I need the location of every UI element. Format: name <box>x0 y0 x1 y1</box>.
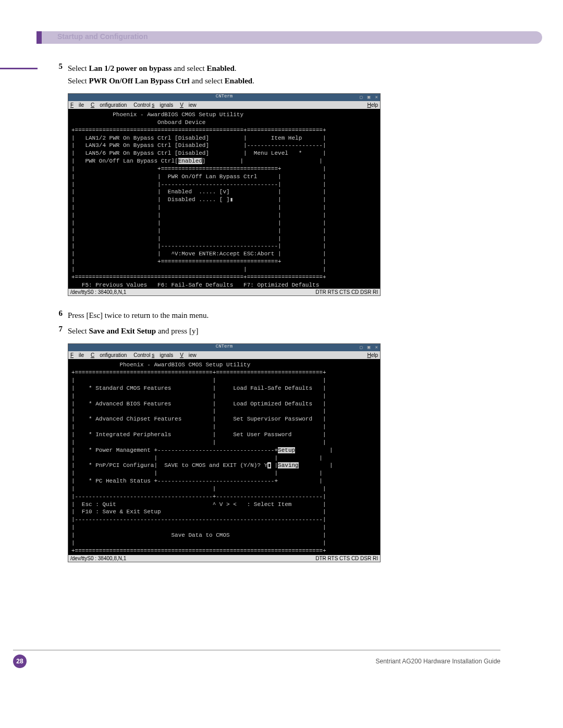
terminal-bios-onboard: CNTerm ▢ ▣ ✕ FFileile Configuration Cont… <box>68 93 381 296</box>
ln: ] | | <box>202 158 323 164</box>
ln: F5: Previous Values F6: Fail-Safe Defaul… <box>71 282 319 288</box>
ln: | | | <box>71 377 326 384</box>
t: Enabled <box>206 64 234 72</box>
ln: |---------------------------------------… <box>71 493 326 500</box>
menubar: FFileile Configuration Control signals V… <box>68 101 380 109</box>
ln: | | | | <box>71 204 326 211</box>
ln: +=======================================… <box>71 274 326 280</box>
ln: +=======================================… <box>71 369 326 376</box>
t: Lan 1/2 power on bypass <box>89 64 172 72</box>
menu-view[interactable]: View <box>180 102 197 108</box>
menu-config[interactable]: Configuration <box>91 352 127 358</box>
titlebar: CNTerm ▢ ▣ ✕ <box>68 344 380 351</box>
ln: | | | <box>71 486 326 492</box>
ln: | F10 : Save & Exit Setup | <box>71 509 326 515</box>
ln: | * Standard CMOS Features | Load Fail-S… <box>71 385 326 391</box>
status-left: /dev/ttyS0 : 38400,8,N,1 <box>70 289 126 295</box>
ln: | PWR On/Off Lan Bypass Ctrl[ <box>71 158 178 164</box>
t: . <box>252 77 254 85</box>
ln: Phoenix - AwardBIOS CMOS Setup Utility <box>71 362 250 368</box>
step-number: 7 <box>52 325 63 337</box>
ln: | |----------------------------------| | <box>71 181 326 188</box>
statusbar: /dev/ttyS0 : 38400,8,N,1 DTR RTS CTS CD … <box>68 289 380 295</box>
titlebar: CNTerm ▢ ▣ ✕ <box>68 94 380 101</box>
t: and select <box>190 77 225 85</box>
menu-help[interactable]: Help <box>367 352 378 358</box>
ln: | * Advanced Chipset Features | Set Supe… <box>71 416 326 422</box>
t: PWR On/Off Lan Bypass Ctrl <box>89 77 189 85</box>
t: . <box>235 64 237 72</box>
step-text: Select Save and Exit Setup and press [y] <box>68 325 500 337</box>
step-text: Press [Esc] twice to return to the main … <box>68 309 500 322</box>
selected-value[interactable]: Enabled <box>178 158 202 164</box>
ln: | +==================================+ | <box>71 166 326 172</box>
terminal-body: Phoenix - AwardBIOS CMOS Setup Utility +… <box>68 359 380 554</box>
menu-config[interactable]: Configuration <box>91 102 127 108</box>
ln: +=======================================… <box>71 548 326 554</box>
menu-view[interactable]: View <box>180 352 197 358</box>
ln: | |----------------------------------| | <box>71 243 326 249</box>
hi: Saving <box>278 462 299 468</box>
status-right: DTR RTS CTS CD DSR RI <box>315 556 378 561</box>
menu-file[interactable]: FFileile <box>70 102 84 108</box>
window-title: CNTerm <box>216 344 232 349</box>
ln: | | Disabled ..... [ ]▮ | | <box>71 196 326 203</box>
menubar: File Configuration Control signals View … <box>68 351 380 359</box>
t: Select <box>68 77 89 85</box>
section-title: Startup and Configuration <box>57 32 148 41</box>
step-6: 6 Press [Esc] twice to return to the mai… <box>52 309 500 322</box>
menu-signals[interactable]: Control signals <box>133 352 173 358</box>
ln: +=======================================… <box>71 127 326 133</box>
menu-file[interactable]: File <box>70 352 84 358</box>
statusbar: /dev/ttyS0 : 38400,8,N,1 DTR RTS CTS CD … <box>68 555 380 562</box>
ln: | +==================================+ | <box>71 258 326 265</box>
ln: | * PC Health Status +------------------… <box>71 478 323 484</box>
ln: | | <box>71 540 326 546</box>
t: Select <box>68 64 89 72</box>
ln: | | | <box>71 408 326 414</box>
ln: | LAN3/4 PWR On Bypass Ctrl [Disabled] |… <box>71 142 326 149</box>
hi: Setup <box>278 447 295 453</box>
t: Enabled <box>225 77 252 85</box>
ln: | Esc : Quit ^ V > < : Select Item | <box>71 501 326 508</box>
purple-accent <box>0 68 38 69</box>
ln: | | ^V:Move ENTER:Accept ESC:Abort | | <box>71 251 326 257</box>
ln: | LAN1/2 PWR On Bypass Ctrl [Disabled] |… <box>71 135 326 141</box>
t: and press [y] <box>156 327 198 335</box>
ln: | Save Data to CMOS | <box>71 532 326 538</box>
window-buttons[interactable]: ▢ ▣ ✕ <box>360 94 379 100</box>
ln: Phoenix - AwardBIOS CMOS Setup Utility <box>71 112 243 118</box>
status-right: DTR RTS CTS CD DSR RI <box>315 289 378 295</box>
window-title: CNTerm <box>216 94 232 99</box>
ln: | | | | <box>71 220 326 226</box>
window-buttons[interactable]: ▢ ▣ ✕ <box>360 344 379 350</box>
cursor[interactable]: ▮ <box>267 462 271 468</box>
footer-title: Sentriant AG200 Hardware Installation Gu… <box>376 658 500 665</box>
ln: | | | <box>71 439 326 446</box>
t: and select <box>172 64 206 72</box>
terminal-bios-main: CNTerm ▢ ▣ ✕ File Configuration Control … <box>68 343 381 562</box>
ln: | LAN5/6 PWR On Bypass Ctrl [Disabled] |… <box>71 150 326 156</box>
ln: | * PnP/PCI Configura| SAVE to CMOS and … <box>71 462 267 468</box>
ln: | | <box>71 524 326 530</box>
terminal-body: Phoenix - AwardBIOS CMOS Setup Utility O… <box>68 109 380 289</box>
ln: | | Enabled ..... [v] | | <box>71 189 326 195</box>
ln: Onboard Device <box>71 119 205 126</box>
header-bar: Startup and Configuration <box>36 31 542 44</box>
t: Select <box>68 327 89 335</box>
ln: | <box>271 462 278 468</box>
ln: | * Power Management +------------------… <box>71 447 278 453</box>
ln: | | | <box>71 266 326 273</box>
ln: | | | | <box>71 212 326 218</box>
step-number: 5 <box>52 62 63 87</box>
ln: | <box>295 447 333 453</box>
menu-help[interactable]: Help <box>367 102 378 108</box>
ln: | | | <box>71 424 326 430</box>
ln: | * Integrated Peripherals | Set User Pa… <box>71 431 326 438</box>
menu-signals[interactable]: Control signals <box>133 102 173 108</box>
ln: | | PWR On/Off Lan Bypass Ctrl | | <box>71 174 326 180</box>
footer: 28 Sentriant AG200 Hardware Installation… <box>13 650 500 668</box>
footer-divider <box>13 650 500 650</box>
page-number: 28 <box>13 655 27 668</box>
status-left: /dev/ttyS0 : 38400,8,N,1 <box>70 556 126 561</box>
